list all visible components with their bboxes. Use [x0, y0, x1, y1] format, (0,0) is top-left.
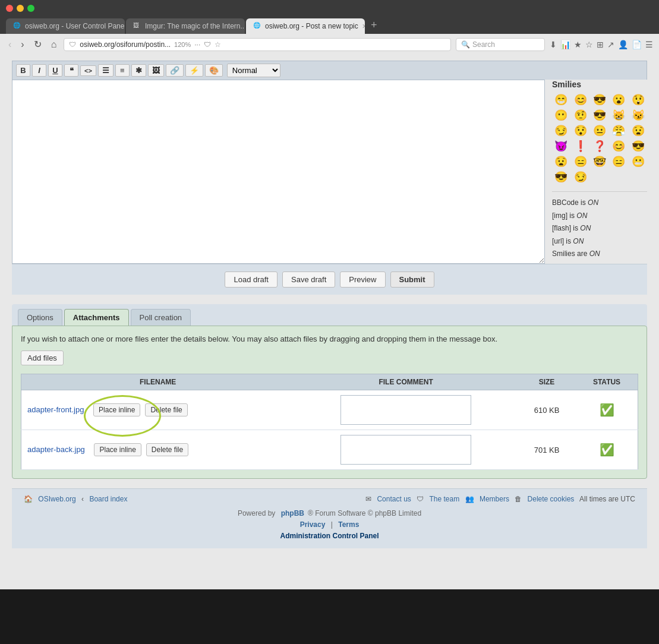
new-tab-button[interactable]: + [366, 17, 382, 34]
lightning-button[interactable]: ⚡ [185, 64, 203, 77]
smiley-5[interactable]: 😲 [629, 93, 647, 107]
tab3-close-icon[interactable]: ✕ [362, 23, 365, 30]
extension2-icon[interactable]: ☆ [585, 40, 593, 49]
add-files-button[interactable]: Add files [21, 351, 64, 365]
smiley-25[interactable]: 😬 [629, 154, 647, 169]
minimize-light[interactable] [17, 5, 24, 12]
submit-button[interactable]: Submit [390, 272, 434, 288]
smiley-2[interactable]: 😊 [571, 93, 589, 107]
smiley-6[interactable]: 😶 [552, 108, 570, 122]
smiley-12[interactable]: 😯 [571, 124, 589, 138]
smiley-20[interactable]: 😎 [629, 139, 647, 153]
bookmarks-icon[interactable]: 📊 [560, 40, 570, 49]
contact-us-link[interactable]: Contact us [377, 495, 411, 503]
file2-link[interactable]: adapter-back.jpg [27, 445, 85, 454]
file1-link[interactable]: adapter-front.jpg [27, 405, 84, 414]
members-link[interactable]: Members [480, 495, 509, 503]
smiley-4[interactable]: 😮 [610, 93, 628, 107]
forward-button[interactable]: › [18, 38, 26, 51]
browser-tab-3[interactable]: 🌐 osiweb.org - Post a new topic ✕ [246, 18, 365, 34]
zoom-level[interactable]: 120% [174, 41, 191, 48]
extension6-icon[interactable]: 📄 [632, 40, 642, 49]
smiley-11[interactable]: 😏 [552, 124, 570, 138]
board-index-link[interactable]: Board index [89, 495, 127, 503]
code-button[interactable]: <> [80, 65, 96, 76]
menu-icon[interactable]: ☰ [645, 40, 653, 49]
extension5-icon[interactable]: 👤 [618, 40, 628, 49]
the-team-link[interactable]: The team [430, 495, 460, 503]
smiley-1[interactable]: 😁 [552, 93, 570, 107]
smiley-17[interactable]: ❗ [571, 139, 589, 153]
smiley-23[interactable]: 🤓 [591, 154, 608, 169]
delete-file-button-1[interactable]: Delete file [145, 403, 187, 416]
url-status: [url] is ON [552, 235, 647, 248]
reload-button[interactable]: ↻ [31, 37, 44, 51]
download-icon[interactable]: ⬇ [550, 40, 557, 49]
browser-tab-2[interactable]: 🖼 Imgur: The magic of the Intern... ✕ [126, 18, 245, 34]
col-status: STATUS [576, 374, 638, 390]
list-unordered-button[interactable]: ☰ [98, 64, 113, 77]
smiley-18[interactable]: ❓ [591, 139, 608, 153]
list-ordered-button[interactable]: ≡ [115, 64, 130, 77]
delete-cookies-link[interactable]: Delete cookies [528, 495, 575, 503]
italic-button[interactable]: I [32, 64, 46, 77]
post-body-textarea[interactable] [12, 80, 545, 264]
delete-cookies-icon: 🗑 [515, 495, 522, 503]
smilies-title: Smilies [552, 80, 647, 89]
link-button[interactable]: 🔗 [166, 64, 184, 77]
quote-button[interactable]: ❝ [64, 64, 78, 77]
terms-link[interactable]: Terms [338, 520, 359, 529]
place-inline-button-1[interactable]: Place inline [93, 403, 140, 416]
smiley-9[interactable]: 😸 [610, 108, 628, 122]
smiley-8[interactable]: 😎 [591, 108, 608, 122]
browser-tab-1[interactable]: 🌐 osiweb.org - User Control Panel - ✕ [6, 18, 125, 34]
home-button[interactable]: ⌂ [49, 38, 59, 51]
smiley-15[interactable]: 😧 [629, 124, 647, 138]
place-inline-button-2[interactable]: Place inline [94, 443, 141, 456]
smiley-22[interactable]: 😑 [571, 154, 589, 169]
close-light[interactable] [6, 5, 13, 12]
underline-button[interactable]: U [48, 64, 62, 77]
privacy-link[interactable]: Privacy [300, 520, 326, 529]
file1-comment-input[interactable] [340, 395, 471, 425]
extension1-icon[interactable]: ★ [574, 40, 582, 49]
tab-poll-creation[interactable]: Poll creation [131, 309, 191, 326]
delete-file-button-2[interactable]: Delete file [146, 443, 188, 456]
separator: | [331, 520, 333, 529]
bold-button[interactable]: B [16, 64, 30, 77]
phpbb-link[interactable]: phpBB [281, 509, 304, 517]
smiley-21[interactable]: 😧 [552, 154, 570, 169]
tab-options[interactable]: Options [18, 309, 62, 326]
smiley-14[interactable]: 😤 [610, 124, 628, 138]
smiley-19[interactable]: 😊 [610, 139, 628, 153]
url-bar[interactable]: 🛡 osiweb.org/osiforum/postin... 120% ···… [64, 38, 451, 51]
shield-icon: 🛡 [204, 40, 211, 49]
footer-links: 🏠 OSIweb.org ‹ Board index ✉ Contact us … [24, 495, 635, 503]
smiley-27[interactable]: 😏 [571, 170, 589, 184]
smiley-26[interactable]: 😎 [552, 170, 570, 184]
smiley-10[interactable]: 😼 [629, 108, 647, 122]
smiley-16[interactable]: 😈 [552, 139, 570, 153]
home-link[interactable]: OSIweb.org [38, 495, 75, 503]
paint-button[interactable]: 🎨 [205, 64, 223, 77]
smiley-3[interactable]: 😎 [591, 93, 608, 107]
back-button[interactable]: ‹ [6, 38, 14, 51]
search-box[interactable]: 🔍 Search [456, 38, 545, 51]
preview-button[interactable]: Preview [340, 272, 385, 288]
extension4-icon[interactable]: ↗ [607, 40, 614, 49]
extension3-icon[interactable]: ⊞ [597, 40, 604, 49]
admin-panel-link[interactable]: Administration Control Panel [280, 532, 379, 540]
smiley-24[interactable]: 😑 [610, 154, 628, 169]
more-options-icon[interactable]: ··· [194, 40, 200, 49]
star-icon[interactable]: ☆ [215, 40, 221, 49]
save-draft-button[interactable]: Save draft [282, 272, 335, 288]
image-button[interactable]: 🖼 [148, 64, 164, 77]
file2-comment-input[interactable] [340, 435, 471, 465]
smiley-13[interactable]: 😐 [591, 124, 608, 138]
format-select[interactable]: Normal Heading 1 Heading 2 Heading 3 [227, 64, 280, 77]
tab-attachments[interactable]: Attachments [64, 309, 129, 326]
smiley-7[interactable]: 🤨 [571, 108, 589, 122]
load-draft-button[interactable]: Load draft [225, 272, 278, 288]
fullscreen-light[interactable] [27, 5, 34, 12]
special-button[interactable]: ✱ [131, 64, 146, 77]
